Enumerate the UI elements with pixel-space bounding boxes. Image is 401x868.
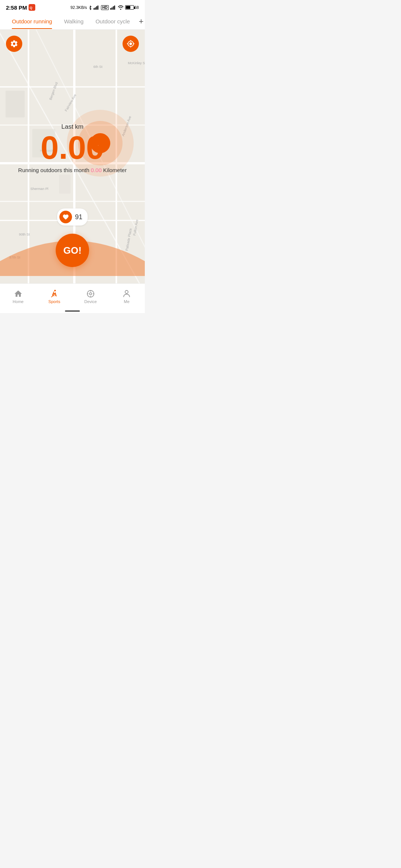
svg-rect-2 — [95, 7, 96, 10]
gear-icon — [10, 40, 18, 48]
settings-button[interactable] — [6, 36, 22, 52]
heart-rate-icon — [62, 214, 69, 220]
svg-text:Sherman Pl: Sherman Pl — [30, 187, 48, 191]
svg-rect-1 — [94, 8, 95, 10]
main-content: Outdoor running Walking Outdoor cycle + — [0, 13, 145, 297]
month-stats: Running outdoors this month 0.00 Kilomet… — [18, 167, 127, 173]
svg-rect-32 — [6, 91, 25, 118]
svg-point-37 — [89, 293, 92, 295]
status-time: 2:58 PM Q — [6, 4, 35, 11]
svg-text:Q: Q — [30, 6, 32, 10]
nav-label-me: Me — [124, 299, 130, 304]
nav-item-home[interactable]: Home — [0, 289, 36, 304]
svg-rect-8 — [114, 6, 115, 10]
heart-rate-value: 91 — [75, 213, 82, 221]
bluetooth-icon — [88, 5, 92, 10]
device-icon — [86, 289, 95, 299]
nav-label-device: Device — [84, 299, 97, 304]
svg-point-35 — [54, 290, 56, 291]
nav-item-device[interactable]: Device — [72, 289, 109, 304]
me-icon — [122, 289, 131, 299]
bottom-nav: Home Sports — [0, 283, 145, 313]
svg-point-42 — [125, 290, 128, 293]
go-button[interactable]: GO! — [56, 234, 89, 267]
distance-value: 0.00 — [40, 131, 104, 164]
heart-icon-bg — [59, 211, 72, 223]
battery-indicator: 68 — [125, 5, 139, 10]
stats-overlay: Last km 0.00 Running outdoors this month… — [0, 123, 145, 173]
location-button[interactable] — [123, 36, 139, 52]
heart-rate-widget[interactable]: 91 — [57, 208, 88, 226]
home-indicator — [65, 310, 80, 312]
svg-rect-3 — [96, 6, 97, 10]
signal-icon — [94, 5, 100, 10]
svg-rect-4 — [98, 6, 99, 10]
wifi-icon — [118, 5, 124, 10]
status-bar: 2:58 PM Q 92.3KB/s HD — [0, 0, 145, 13]
nav-item-me[interactable]: Me — [109, 289, 145, 304]
home-icon — [13, 289, 23, 299]
svg-rect-6 — [111, 7, 113, 10]
signal-icon-2 — [110, 5, 116, 10]
nav-item-sports[interactable]: Sports — [36, 289, 73, 304]
svg-text:6th St: 6th St — [94, 65, 103, 69]
svg-rect-34 — [59, 175, 71, 194]
sports-icon — [49, 289, 59, 299]
go-area: GO! — [0, 234, 145, 267]
svg-text:McKinley St: McKinley St — [128, 61, 145, 65]
app-icon: Q — [29, 4, 35, 11]
add-activity-button[interactable]: + — [136, 14, 145, 29]
map-container: Bergen Blvd McKinley St Fairview Ave Han… — [0, 30, 145, 297]
tab-walking[interactable]: Walking — [58, 14, 89, 29]
tab-outdoor-running[interactable]: Outdoor running — [6, 14, 58, 29]
location-icon — [127, 40, 135, 48]
tab-bar: Outdoor running Walking Outdoor cycle + — [0, 13, 145, 30]
nav-label-sports: Sports — [48, 299, 60, 304]
status-right: 92.3KB/s HD 68 — [71, 5, 139, 10]
nav-label-home: Home — [13, 299, 23, 304]
tab-outdoor-cycle[interactable]: Outdoor cycle — [89, 14, 136, 29]
svg-rect-5 — [110, 8, 111, 10]
svg-rect-7 — [113, 6, 114, 10]
